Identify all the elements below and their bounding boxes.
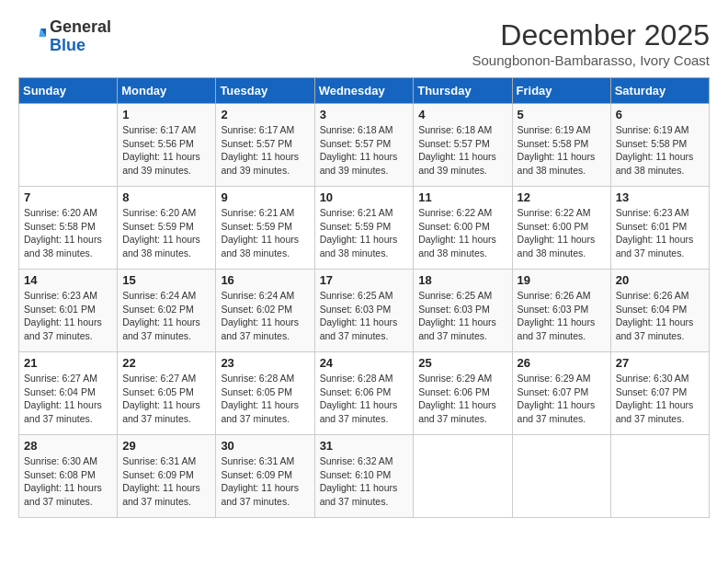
location-subtitle: Soungbonon-Bambarasso, Ivory Coast <box>472 52 710 68</box>
calendar-week-row: 7Sunrise: 6:20 AM Sunset: 5:58 PM Daylig… <box>19 187 710 270</box>
day-number: 13 <box>616 190 704 204</box>
day-info: Sunrise: 6:22 AM Sunset: 6:00 PM Dayligh… <box>518 206 606 260</box>
day-info: Sunrise: 6:23 AM Sunset: 6:01 PM Dayligh… <box>616 206 704 260</box>
calendar-day-cell <box>414 435 512 518</box>
day-info: Sunrise: 6:17 AM Sunset: 5:57 PM Dayligh… <box>221 123 309 178</box>
day-number: 25 <box>418 356 506 370</box>
day-number: 21 <box>24 356 112 370</box>
calendar-day-cell: 20Sunrise: 6:26 AM Sunset: 6:04 PM Dayli… <box>610 270 709 352</box>
day-info: Sunrise: 6:31 AM Sunset: 6:09 PM Dayligh… <box>221 454 309 509</box>
day-info: Sunrise: 6:19 AM Sunset: 5:58 PM Dayligh… <box>616 123 704 178</box>
day-info: Sunrise: 6:20 AM Sunset: 5:58 PM Dayligh… <box>24 206 112 260</box>
day-number: 24 <box>320 356 409 370</box>
day-number: 16 <box>221 273 309 287</box>
calendar-day-cell: 23Sunrise: 6:28 AM Sunset: 6:05 PM Dayli… <box>216 352 314 435</box>
calendar-day-cell <box>19 104 118 187</box>
calendar-day-cell: 18Sunrise: 6:25 AM Sunset: 6:03 PM Dayli… <box>414 270 512 352</box>
day-number: 9 <box>221 190 309 204</box>
calendar-day-cell: 19Sunrise: 6:26 AM Sunset: 6:03 PM Dayli… <box>512 270 610 352</box>
day-info: Sunrise: 6:21 AM Sunset: 5:59 PM Dayligh… <box>320 206 409 260</box>
day-number: 14 <box>24 273 112 287</box>
weekday-header-cell: Saturday <box>610 78 709 104</box>
day-number: 28 <box>24 439 112 453</box>
calendar-day-cell: 2Sunrise: 6:17 AM Sunset: 5:57 PM Daylig… <box>216 104 314 187</box>
day-number: 2 <box>221 108 309 121</box>
page-header: General Blue December 2025 Soungbonon-Ba… <box>18 18 710 68</box>
day-number: 19 <box>518 273 606 287</box>
day-number: 1 <box>122 108 210 121</box>
logo-icon <box>18 23 46 51</box>
logo-blue-text: Blue <box>50 37 111 55</box>
calendar-week-row: 28Sunrise: 6:30 AM Sunset: 6:08 PM Dayli… <box>19 435 710 518</box>
day-number: 27 <box>616 356 704 370</box>
calendar-day-cell: 8Sunrise: 6:20 AM Sunset: 5:59 PM Daylig… <box>118 187 216 270</box>
day-info: Sunrise: 6:29 AM Sunset: 6:07 PM Dayligh… <box>518 372 606 426</box>
calendar-day-cell: 31Sunrise: 6:32 AM Sunset: 6:10 PM Dayli… <box>314 435 414 518</box>
calendar-day-cell: 30Sunrise: 6:31 AM Sunset: 6:09 PM Dayli… <box>216 435 314 518</box>
calendar-day-cell: 21Sunrise: 6:27 AM Sunset: 6:04 PM Dayli… <box>19 352 118 435</box>
calendar-day-cell: 28Sunrise: 6:30 AM Sunset: 6:08 PM Dayli… <box>19 435 118 518</box>
day-number: 17 <box>320 273 409 287</box>
weekday-header-cell: Monday <box>118 78 216 104</box>
calendar-day-cell: 16Sunrise: 6:24 AM Sunset: 6:02 PM Dayli… <box>216 270 314 352</box>
day-info: Sunrise: 6:17 AM Sunset: 5:56 PM Dayligh… <box>122 123 210 178</box>
calendar-day-cell: 1Sunrise: 6:17 AM Sunset: 5:56 PM Daylig… <box>118 104 216 187</box>
day-info: Sunrise: 6:26 AM Sunset: 6:03 PM Dayligh… <box>518 289 606 343</box>
day-info: Sunrise: 6:32 AM Sunset: 6:10 PM Dayligh… <box>320 454 409 509</box>
day-info: Sunrise: 6:21 AM Sunset: 5:59 PM Dayligh… <box>221 206 309 260</box>
weekday-header-cell: Wednesday <box>314 78 414 104</box>
day-number: 26 <box>518 356 606 370</box>
day-info: Sunrise: 6:22 AM Sunset: 6:00 PM Dayligh… <box>418 206 506 260</box>
calendar-day-cell: 26Sunrise: 6:29 AM Sunset: 6:07 PM Dayli… <box>512 352 610 435</box>
calendar-table: SundayMondayTuesdayWednesdayThursdayFrid… <box>18 77 710 518</box>
day-number: 10 <box>320 190 409 204</box>
day-info: Sunrise: 6:28 AM Sunset: 6:06 PM Dayligh… <box>320 372 409 426</box>
day-number: 22 <box>122 356 210 370</box>
day-number: 5 <box>518 108 606 121</box>
calendar-day-cell: 27Sunrise: 6:30 AM Sunset: 6:07 PM Dayli… <box>610 352 709 435</box>
day-info: Sunrise: 6:27 AM Sunset: 6:05 PM Dayligh… <box>122 372 210 426</box>
calendar-day-cell: 14Sunrise: 6:23 AM Sunset: 6:01 PM Dayli… <box>19 270 118 352</box>
day-info: Sunrise: 6:24 AM Sunset: 6:02 PM Dayligh… <box>122 289 210 343</box>
calendar-day-cell: 9Sunrise: 6:21 AM Sunset: 5:59 PM Daylig… <box>216 187 314 270</box>
weekday-header-row: SundayMondayTuesdayWednesdayThursdayFrid… <box>19 78 710 104</box>
weekday-header-cell: Thursday <box>414 78 512 104</box>
day-number: 3 <box>320 108 409 121</box>
calendar-day-cell: 3Sunrise: 6:18 AM Sunset: 5:57 PM Daylig… <box>314 104 414 187</box>
calendar-day-cell: 7Sunrise: 6:20 AM Sunset: 5:58 PM Daylig… <box>19 187 118 270</box>
day-info: Sunrise: 6:26 AM Sunset: 6:04 PM Dayligh… <box>616 289 704 343</box>
calendar-day-cell: 4Sunrise: 6:18 AM Sunset: 5:57 PM Daylig… <box>414 104 512 187</box>
day-info: Sunrise: 6:18 AM Sunset: 5:57 PM Dayligh… <box>320 123 409 178</box>
day-info: Sunrise: 6:25 AM Sunset: 6:03 PM Dayligh… <box>320 289 409 343</box>
calendar-body: 1Sunrise: 6:17 AM Sunset: 5:56 PM Daylig… <box>19 104 710 518</box>
calendar-day-cell <box>610 435 709 518</box>
day-info: Sunrise: 6:18 AM Sunset: 5:57 PM Dayligh… <box>418 123 506 178</box>
day-info: Sunrise: 6:27 AM Sunset: 6:04 PM Dayligh… <box>24 372 112 426</box>
day-info: Sunrise: 6:30 AM Sunset: 6:08 PM Dayligh… <box>24 454 112 509</box>
calendar-day-cell: 22Sunrise: 6:27 AM Sunset: 6:05 PM Dayli… <box>118 352 216 435</box>
weekday-header-cell: Friday <box>512 78 610 104</box>
calendar-week-row: 1Sunrise: 6:17 AM Sunset: 5:56 PM Daylig… <box>19 104 710 187</box>
day-info: Sunrise: 6:31 AM Sunset: 6:09 PM Dayligh… <box>122 454 210 509</box>
day-number: 18 <box>418 273 506 287</box>
calendar-day-cell: 15Sunrise: 6:24 AM Sunset: 6:02 PM Dayli… <box>118 270 216 352</box>
calendar-day-cell: 13Sunrise: 6:23 AM Sunset: 6:01 PM Dayli… <box>610 187 709 270</box>
day-number: 15 <box>122 273 210 287</box>
calendar-day-cell: 24Sunrise: 6:28 AM Sunset: 6:06 PM Dayli… <box>314 352 414 435</box>
day-number: 7 <box>24 190 112 204</box>
calendar-day-cell <box>512 435 610 518</box>
day-info: Sunrise: 6:20 AM Sunset: 5:59 PM Dayligh… <box>122 206 210 260</box>
calendar-day-cell: 11Sunrise: 6:22 AM Sunset: 6:00 PM Dayli… <box>414 187 512 270</box>
day-info: Sunrise: 6:25 AM Sunset: 6:03 PM Dayligh… <box>418 289 506 343</box>
calendar-day-cell: 12Sunrise: 6:22 AM Sunset: 6:00 PM Dayli… <box>512 187 610 270</box>
calendar-day-cell: 17Sunrise: 6:25 AM Sunset: 6:03 PM Dayli… <box>314 270 414 352</box>
day-number: 30 <box>221 439 309 453</box>
day-number: 29 <box>122 439 210 453</box>
calendar-day-cell: 6Sunrise: 6:19 AM Sunset: 5:58 PM Daylig… <box>610 104 709 187</box>
logo: General Blue <box>18 18 111 55</box>
calendar-week-row: 14Sunrise: 6:23 AM Sunset: 6:01 PM Dayli… <box>19 270 710 352</box>
day-info: Sunrise: 6:30 AM Sunset: 6:07 PM Dayligh… <box>616 372 704 426</box>
day-number: 11 <box>418 190 506 204</box>
day-info: Sunrise: 6:23 AM Sunset: 6:01 PM Dayligh… <box>24 289 112 343</box>
day-number: 23 <box>221 356 309 370</box>
